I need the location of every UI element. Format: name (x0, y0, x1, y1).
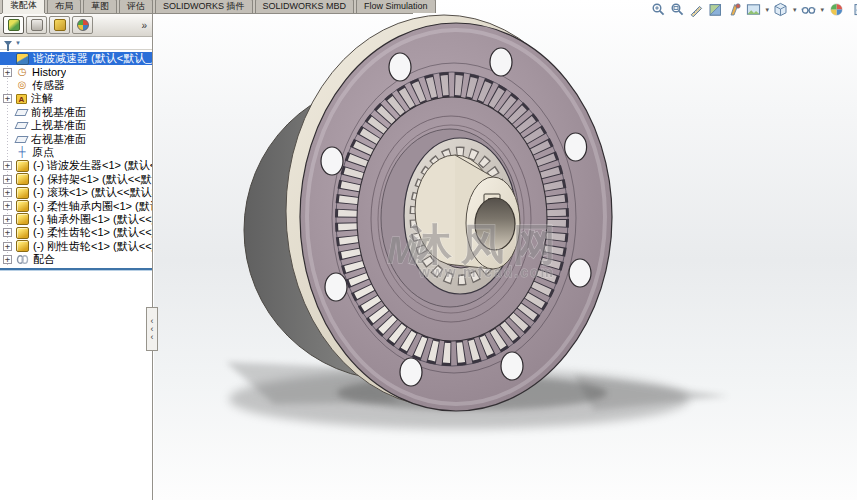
expand-toggle[interactable]: + (3, 68, 12, 77)
tree-item-label: 谐波减速器 (默认<默认_显示状态 (33, 52, 152, 65)
tree-item-flexible-gear[interactable]: +(-) 柔性齿轮<1> (默认<<默认 (0, 226, 152, 239)
tree-item-label: (-) 谐波发生器<1> (默认<<默 (33, 159, 152, 172)
tree-item-label: History (32, 66, 66, 78)
property-manager-icon (31, 19, 43, 31)
filter-caret-icon: ▼ (15, 40, 21, 46)
expand-toggle[interactable]: + (3, 94, 12, 103)
sensor-icon: ◎ (16, 80, 28, 90)
heads-up-view-toolbar: ▾▾▾ (650, 1, 855, 18)
panel-splitter-handle[interactable]: ‹ ‹ ‹ (146, 307, 158, 351)
origin-icon: ┼ (16, 147, 28, 157)
tab-Flow Simulation[interactable]: Flow Simulation (356, 0, 436, 13)
tree-item-sensors[interactable]: ◎传感器 (0, 79, 152, 92)
tree-item-label: 右视基准面 (31, 132, 86, 145)
expand-toggle[interactable]: + (3, 215, 12, 224)
feature-tree: 谐波减速器 (默认<默认_显示状态+◷History◎传感器+A注解前视基准面上… (0, 50, 152, 500)
display-manager-tab[interactable] (72, 16, 93, 34)
tab-评估[interactable]: 评估 (119, 0, 153, 13)
expand-toggle[interactable]: + (3, 255, 12, 264)
tree-item-root[interactable]: 谐波减速器 (默认<默认_显示状态 (0, 52, 152, 65)
zoom-to-fit-icon[interactable] (650, 2, 666, 18)
tree-item-history[interactable]: +◷History (0, 65, 152, 78)
tree-filter[interactable]: ▼ (0, 37, 152, 50)
apply-scene-icon[interactable] (745, 2, 761, 18)
assembly-icon (16, 53, 29, 65)
filter-funnel-icon (4, 41, 12, 46)
tree-item-label: (-) 刚性齿轮<1> (默认<<默认 (33, 239, 152, 252)
tree-item-bearing-outer-ring[interactable]: +(-) 轴承外圈<1> (默认<<默认 (0, 213, 152, 226)
tree-item-label: 原点 (32, 146, 54, 159)
expand-toggle[interactable]: + (3, 161, 12, 170)
expand-toggle[interactable]: + (3, 175, 12, 184)
tree-item-retainer[interactable]: +(-) 保持架<1> (默认<<默认>_ (0, 173, 152, 186)
expand-toggle[interactable]: + (3, 188, 12, 197)
part-icon (16, 160, 29, 172)
configuration-manager-icon (54, 19, 66, 31)
tree-item-top-plane[interactable]: 上视基准面 (0, 119, 152, 132)
environment-icon[interactable] (847, 2, 857, 18)
tree-item-label: (-) 柔性齿轮<1> (默认<<默认 (33, 226, 152, 239)
rollback-bar[interactable] (0, 268, 152, 270)
view-orientation-icon[interactable] (773, 2, 789, 18)
tree-item-label: 传感器 (32, 79, 65, 92)
command-manager-tabbar: 装配体布局草图评估SOLIDWORKS 插件SOLIDWORKS MBDFlow… (0, 0, 413, 14)
watermark-url: www.mfcad.com (418, 264, 555, 280)
part-icon (16, 240, 29, 252)
plane-icon (14, 136, 28, 143)
tree-item-label: (-) 滚珠<1> (默认<<默认>_显 (33, 186, 152, 199)
tree-item-mates[interactable]: +配合 (0, 253, 152, 266)
tab-SOLIDWORKS MBD[interactable]: SOLIDWORKS MBD (255, 0, 355, 13)
splitter-arrow-icon: ‹ (151, 333, 154, 341)
mates-icon (16, 254, 29, 265)
plane-icon (14, 122, 28, 129)
tree-item-label: 配合 (33, 253, 55, 266)
property-manager-tab[interactable] (26, 16, 47, 34)
tree-item-origin[interactable]: ┼原点 (0, 146, 152, 159)
display-manager-icon (77, 19, 89, 31)
tab-布局[interactable]: 布局 (47, 0, 81, 13)
display-style-dropdown-caret[interactable]: ▾ (820, 6, 824, 14)
expand-toggle[interactable]: + (3, 201, 12, 210)
display-style-icon[interactable] (800, 2, 816, 18)
expand-toggle[interactable]: + (3, 228, 12, 237)
tab-草图[interactable]: 草图 (83, 0, 117, 13)
tree-item-label: (-) 保持架<1> (默认<<默认>_ (33, 173, 152, 186)
part-icon (16, 187, 29, 199)
tree-item-flex-bearing-inner-ring[interactable]: +(-) 柔性轴承内圈<1> (默认<< (0, 199, 152, 212)
section-view-icon[interactable] (707, 2, 723, 18)
configuration-manager-tab[interactable] (49, 16, 70, 34)
edit-appearance-icon[interactable] (828, 2, 844, 18)
part-icon (16, 227, 29, 239)
tree-item-label: 前视基准面 (31, 106, 86, 119)
part-icon (16, 200, 29, 212)
graphics-area[interactable]: MF 沐风网 www.mfcad.com ▾▾▾ (154, 0, 857, 500)
panel-overflow-chevron[interactable]: » (141, 20, 149, 31)
part-icon (16, 213, 29, 225)
tree-item-wave-generator[interactable]: +(-) 谐波发生器<1> (默认<<默 (0, 159, 152, 172)
history-icon: ◷ (16, 67, 28, 77)
zoom-to-area-icon[interactable] (669, 2, 685, 18)
part-icon (16, 173, 29, 185)
feature-manager-tab[interactable] (3, 16, 24, 34)
tree-item-right-plane[interactable]: 右视基准面 (0, 132, 152, 145)
tree-item-label: 注解 (31, 92, 53, 105)
assembly-visualization-icon[interactable] (726, 2, 742, 18)
harmonic-reducer-3d-model[interactable]: MF 沐风网 www.mfcad.com (154, 0, 857, 500)
feature-manager-panel: » ▼ 谐波减速器 (默认<默认_显示状态+◷History◎传感器+A注解前视… (0, 14, 153, 500)
tree-item-label: (-) 轴承外圈<1> (默认<<默认 (33, 213, 152, 226)
tree-item-ball[interactable]: +(-) 滚珠<1> (默认<<默认>_显 (0, 186, 152, 199)
feature-manager-icon (8, 19, 20, 31)
tree-item-annotations[interactable]: +A注解 (0, 92, 152, 105)
measure-icon[interactable] (688, 2, 704, 18)
view-orientation-dropdown-caret[interactable]: ▾ (793, 6, 797, 14)
watermark-title: 沐风网 (408, 220, 565, 268)
tab-SOLIDWORKS 插件[interactable]: SOLIDWORKS 插件 (155, 0, 253, 13)
plane-icon (14, 109, 28, 116)
expand-toggle[interactable]: + (3, 242, 12, 251)
tree-item-rigid-gear[interactable]: +(-) 刚性齿轮<1> (默认<<默认 (0, 239, 152, 252)
tab-装配体[interactable]: 装配体 (2, 0, 45, 13)
tree-item-front-plane[interactable]: 前视基准面 (0, 106, 152, 119)
annotation-icon: A (16, 94, 27, 104)
tree-item-label: (-) 柔性轴承内圈<1> (默认<< (33, 199, 152, 212)
apply-scene-dropdown-caret[interactable]: ▾ (765, 6, 769, 14)
